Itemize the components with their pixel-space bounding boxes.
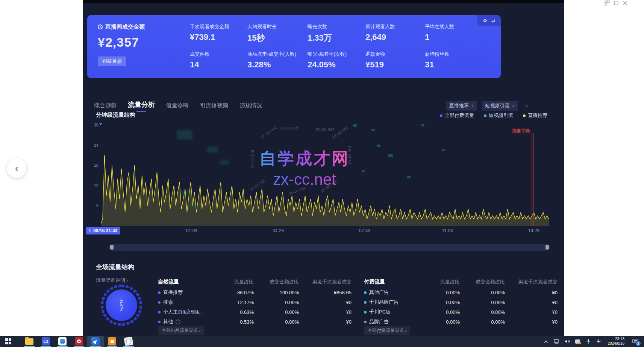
y-tick: 6 [87, 203, 98, 208]
tray-app-icon[interactable] [573, 336, 582, 347]
volume-icon[interactable] [563, 336, 572, 347]
table-header-row: 自然流量 流量占比 成交金额占比 渠道千次观看成交 [158, 276, 352, 288]
x-tick: 01:03 [186, 228, 197, 233]
tab-overall-trend[interactable]: 综合趋势 [94, 102, 117, 112]
ime-indicator[interactable]: 中 [594, 336, 603, 347]
taskbar-app-red[interactable] [71, 336, 87, 347]
windows-taskbar: L1 [0, 336, 644, 347]
filter-group: 直播推荐 × 短视频引流 × ˅ [446, 101, 531, 111]
traffic-line-chart[interactable] [101, 125, 549, 226]
metric-new-fans: 新增粉丝数 31 [425, 51, 485, 70]
system-clock[interactable]: 23:13 2024/8/16 [605, 337, 628, 346]
chevron-down-icon[interactable]: ˅ [523, 102, 531, 110]
close-icon[interactable] [623, 0, 628, 6]
taskbar-file-explorer[interactable] [21, 336, 38, 347]
table-row: 个人主页&店铺&.. 0.63% 0.00% ¥0 [158, 307, 352, 317]
table-row: 直播推荐 86.07% 100.00% ¥858.65 [158, 288, 352, 297]
tab-violations[interactable]: 违规情况 [239, 102, 262, 112]
table-row: 其他广告 0.00% 0.00% ¥0 [364, 288, 558, 297]
metric-total-viewers: 累计观看人数 2,649 [365, 23, 426, 42]
all-paid-channels-link[interactable]: 全部付费流量渠道 › [364, 326, 410, 335]
section-title: 全场流量结构 [96, 263, 134, 271]
taskbar-app-orange[interactable] [104, 336, 120, 347]
taskbar-app-browser[interactable] [87, 336, 104, 347]
row-dot [158, 301, 161, 304]
y-tick: 18 [87, 163, 98, 167]
metric-avg-watch: 人均观看时长 15秒 [247, 23, 308, 44]
network-icon[interactable] [552, 336, 561, 347]
arrow-right-icon: › [405, 328, 406, 333]
microphone-icon[interactable] [584, 336, 593, 347]
row-dot [364, 321, 367, 323]
row-dot [158, 291, 161, 294]
legend-dot [484, 114, 486, 117]
y-tick: 24 [87, 143, 98, 148]
row-dot [158, 321, 161, 323]
x-axis-line [98, 226, 550, 226]
tab-traffic-diagnosis[interactable]: 流量诊断 [166, 102, 189, 112]
taskbar-notepad[interactable] [120, 336, 137, 347]
chart-legend: 全部付费流量 短视频引流 直播推荐 [440, 112, 547, 119]
x-tick: 07:43 [359, 228, 370, 233]
metric-view-rate: 曝光-观看率(次数) 24.05% [308, 51, 368, 70]
tab-short-video[interactable]: 引流短视频 [200, 102, 228, 112]
remove-tag-icon[interactable]: × [512, 103, 514, 108]
legend-dot [523, 114, 526, 117]
clock-date: 2024/8/16 [608, 341, 625, 346]
filter-tag-live-rec[interactable]: 直播推荐 × [446, 101, 477, 111]
donut-center-label: 86.07% [120, 300, 123, 311]
red-ring-app-icon [75, 337, 83, 345]
main-metric-value: ¥2,357 [98, 35, 145, 50]
start-button[interactable] [0, 336, 17, 347]
target-icon [98, 24, 103, 29]
metric-exposure: 曝光次数 1.33万 [308, 23, 368, 44]
tab-traffic-analysis[interactable]: 流量分析 [128, 100, 155, 112]
tab-bar: 综合趋势 流量分析 流量诊断 引流短视频 违规情况 [94, 100, 262, 112]
metric-gpm: 千次观看成交金额 ¥739.1 [190, 23, 250, 42]
l1-app-icon: L1 [42, 337, 50, 345]
row-dot [364, 311, 367, 314]
y-tick: 30 [87, 123, 98, 127]
legend-dot [440, 114, 442, 117]
range-handle-right[interactable] [546, 245, 549, 250]
main-metric-label: 直播间成交金额 [105, 23, 145, 30]
table-header-row: 付费流量 流量占比 成交金额占比 渠道千次观看成交 [364, 276, 558, 288]
chart-range-scrollbar[interactable] [109, 244, 550, 251]
metric-refund: 退款金额 ¥519 [365, 51, 426, 70]
action-center-button[interactable]: 3 [629, 336, 642, 347]
all-natural-channels-link[interactable]: 全部自然流量渠道 › [158, 326, 204, 335]
metric-avg-online: 平均在线人数 1 [425, 23, 485, 42]
table-row: 千川品牌广告 0.00% 0.00% ¥0 [364, 297, 558, 307]
cursor-app-icon [91, 337, 100, 345]
info-icon[interactable]: ? [176, 320, 180, 324]
row-dot [364, 301, 367, 304]
notepad-icon [124, 337, 133, 346]
taskbar-app-l1[interactable]: L1 [38, 336, 54, 347]
legend-paid-traffic[interactable]: 全部付费流量 [440, 112, 474, 119]
viewer-prev-button[interactable]: ‹ [7, 158, 26, 178]
maximize-icon[interactable] [614, 0, 619, 6]
viewer-controls [605, 0, 628, 6]
traffic-donut-chart[interactable]: 86.07% [101, 285, 142, 326]
grid-view-icon[interactable] [605, 0, 610, 6]
create-goal-button[interactable]: 创建目标 [98, 56, 126, 66]
taskbar-app-teal[interactable] [54, 336, 71, 347]
arrow-right-icon: › [199, 328, 200, 333]
gear-icon[interactable]: ✿ [483, 18, 487, 23]
folder-icon [25, 338, 33, 345]
traffic-drop-annotation: 流量下降 [512, 128, 530, 134]
x-tick: 14:23 [528, 228, 539, 233]
y-tick: 12 [87, 183, 98, 188]
main-metric: 直播间成交金额 ¥2,357 创建目标 [98, 23, 145, 66]
tray-expand-icon[interactable] [542, 336, 551, 347]
range-handle-left[interactable] [110, 245, 114, 250]
x-axis-start-badge[interactable]: ⋮ 08/15 21:43 [86, 227, 120, 234]
legend-live-recommend[interactable]: 直播推荐 [523, 112, 547, 119]
legend-short-video[interactable]: 短视频引流 [484, 112, 513, 119]
arrow-right-icon: › [127, 277, 128, 283]
filter-tag-short-video[interactable]: 短视频引流 × [482, 101, 518, 111]
remove-tag-icon[interactable]: × [471, 103, 474, 108]
table-row: 其他? 0.53% 0.00% ¥0 [158, 317, 352, 327]
swap-icon[interactable]: ⇄ [491, 18, 495, 23]
channel-info-link[interactable]: 流量渠道说明 › [96, 277, 128, 284]
